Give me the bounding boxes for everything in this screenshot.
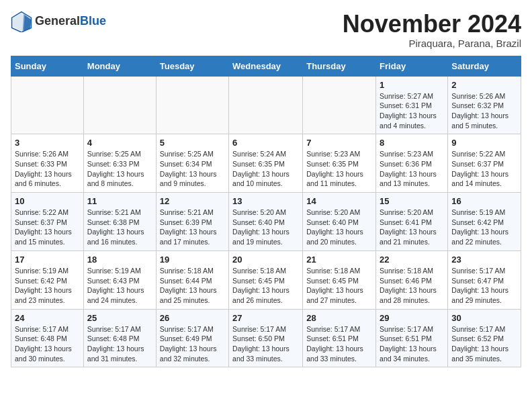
- day-info: Sunrise: 5:20 AM Sunset: 6:41 PM Dayligh…: [380, 208, 444, 247]
- day-number: 8: [380, 138, 444, 148]
- day-cell: 21Sunrise: 5:18 AM Sunset: 6:45 PM Dayli…: [303, 250, 376, 309]
- day-number: 12: [160, 196, 225, 206]
- day-info: Sunrise: 5:17 AM Sunset: 6:48 PM Dayligh…: [15, 324, 80, 364]
- col-header-tuesday: Tuesday: [156, 56, 228, 76]
- day-info: Sunrise: 5:25 AM Sunset: 6:33 PM Dayligh…: [87, 149, 152, 189]
- day-number: 2: [451, 80, 517, 90]
- day-cell: 7Sunrise: 5:23 AM Sunset: 6:35 PM Daylig…: [303, 134, 376, 193]
- day-number: 3: [15, 138, 80, 148]
- day-info: Sunrise: 5:17 AM Sunset: 6:47 PM Dayligh…: [451, 266, 517, 306]
- day-number: 26: [160, 313, 225, 323]
- day-number: 4: [87, 138, 152, 148]
- day-info: Sunrise: 5:25 AM Sunset: 6:34 PM Dayligh…: [160, 149, 225, 189]
- day-number: 17: [15, 255, 80, 265]
- day-cell: [156, 76, 228, 134]
- day-info: Sunrise: 5:26 AM Sunset: 6:32 PM Dayligh…: [451, 91, 517, 131]
- day-number: 28: [306, 313, 372, 323]
- day-info: Sunrise: 5:18 AM Sunset: 6:44 PM Dayligh…: [160, 266, 225, 306]
- col-header-friday: Friday: [376, 56, 448, 76]
- day-info: Sunrise: 5:19 AM Sunset: 6:42 PM Dayligh…: [15, 266, 80, 306]
- day-number: 9: [451, 138, 517, 148]
- day-number: 29: [380, 313, 444, 323]
- day-number: 11: [87, 196, 152, 206]
- day-info: Sunrise: 5:22 AM Sunset: 6:37 PM Dayligh…: [15, 208, 80, 247]
- day-cell: [229, 76, 303, 134]
- day-cell: 29Sunrise: 5:17 AM Sunset: 6:51 PM Dayli…: [376, 309, 448, 367]
- day-number: 15: [380, 196, 444, 206]
- day-cell: 9Sunrise: 5:22 AM Sunset: 6:37 PM Daylig…: [448, 134, 521, 193]
- day-cell: 19Sunrise: 5:18 AM Sunset: 6:44 PM Dayli…: [156, 250, 228, 309]
- day-cell: 4Sunrise: 5:25 AM Sunset: 6:33 PM Daylig…: [83, 134, 156, 193]
- day-number: 25: [87, 313, 152, 323]
- col-header-monday: Monday: [83, 56, 156, 76]
- logo-text: GeneralBlue: [35, 15, 106, 28]
- day-number: 19: [160, 255, 225, 265]
- day-number: 14: [306, 196, 372, 206]
- day-cell: 18Sunrise: 5:19 AM Sunset: 6:43 PM Dayli…: [83, 250, 156, 309]
- day-info: Sunrise: 5:20 AM Sunset: 6:40 PM Dayligh…: [306, 208, 372, 247]
- day-cell: 8Sunrise: 5:23 AM Sunset: 6:36 PM Daylig…: [376, 134, 448, 193]
- week-row-5: 24Sunrise: 5:17 AM Sunset: 6:48 PM Dayli…: [11, 309, 521, 367]
- page-header: GeneralBlue November 2024 Piraquara, Par…: [11, 11, 521, 49]
- day-number: 13: [232, 196, 299, 206]
- day-number: 23: [451, 255, 517, 265]
- day-info: Sunrise: 5:19 AM Sunset: 6:42 PM Dayligh…: [451, 208, 517, 247]
- col-header-saturday: Saturday: [448, 56, 521, 76]
- day-info: Sunrise: 5:19 AM Sunset: 6:43 PM Dayligh…: [87, 266, 152, 306]
- day-info: Sunrise: 5:17 AM Sunset: 6:49 PM Dayligh…: [160, 324, 225, 364]
- day-cell: 17Sunrise: 5:19 AM Sunset: 6:42 PM Dayli…: [11, 250, 84, 309]
- day-cell: 16Sunrise: 5:19 AM Sunset: 6:42 PM Dayli…: [448, 193, 521, 251]
- location: Piraquara, Parana, Brazil: [343, 38, 521, 49]
- week-row-4: 17Sunrise: 5:19 AM Sunset: 6:42 PM Dayli…: [11, 250, 521, 309]
- day-info: Sunrise: 5:26 AM Sunset: 6:33 PM Dayligh…: [15, 149, 80, 189]
- day-number: 6: [232, 138, 299, 148]
- day-number: 10: [15, 196, 80, 206]
- day-cell: 14Sunrise: 5:20 AM Sunset: 6:40 PM Dayli…: [303, 193, 376, 251]
- day-number: 1: [380, 80, 444, 90]
- day-cell: [83, 76, 156, 134]
- day-info: Sunrise: 5:24 AM Sunset: 6:35 PM Dayligh…: [232, 149, 299, 189]
- day-number: 22: [380, 255, 444, 265]
- col-header-sunday: Sunday: [11, 56, 84, 76]
- logo: GeneralBlue: [11, 11, 106, 32]
- header-row: SundayMondayTuesdayWednesdayThursdayFrid…: [11, 56, 521, 76]
- day-number: 16: [451, 196, 517, 206]
- week-row-1: 1Sunrise: 5:27 AM Sunset: 6:31 PM Daylig…: [11, 76, 521, 134]
- day-info: Sunrise: 5:18 AM Sunset: 6:45 PM Dayligh…: [232, 266, 299, 306]
- day-cell: 3Sunrise: 5:26 AM Sunset: 6:33 PM Daylig…: [11, 134, 84, 193]
- day-info: Sunrise: 5:18 AM Sunset: 6:46 PM Dayligh…: [380, 266, 444, 306]
- day-cell: 11Sunrise: 5:21 AM Sunset: 6:38 PM Dayli…: [83, 193, 156, 251]
- day-cell: 20Sunrise: 5:18 AM Sunset: 6:45 PM Dayli…: [229, 250, 303, 309]
- day-number: 21: [306, 255, 372, 265]
- day-cell: 23Sunrise: 5:17 AM Sunset: 6:47 PM Dayli…: [448, 250, 521, 309]
- day-cell: 28Sunrise: 5:17 AM Sunset: 6:51 PM Dayli…: [303, 309, 376, 367]
- day-cell: 30Sunrise: 5:17 AM Sunset: 6:52 PM Dayli…: [448, 309, 521, 367]
- day-number: 5: [160, 138, 225, 148]
- col-header-wednesday: Wednesday: [229, 56, 303, 76]
- day-info: Sunrise: 5:18 AM Sunset: 6:45 PM Dayligh…: [306, 266, 372, 306]
- day-info: Sunrise: 5:21 AM Sunset: 6:39 PM Dayligh…: [160, 208, 225, 247]
- calendar-table: SundayMondayTuesdayWednesdayThursdayFrid…: [11, 56, 521, 368]
- day-cell: 1Sunrise: 5:27 AM Sunset: 6:31 PM Daylig…: [376, 76, 448, 134]
- day-number: 7: [306, 138, 372, 148]
- day-cell: 15Sunrise: 5:20 AM Sunset: 6:41 PM Dayli…: [376, 193, 448, 251]
- day-number: 30: [451, 313, 517, 323]
- day-cell: [11, 76, 84, 134]
- day-info: Sunrise: 5:27 AM Sunset: 6:31 PM Dayligh…: [380, 91, 444, 131]
- day-cell: [303, 76, 376, 134]
- week-row-2: 3Sunrise: 5:26 AM Sunset: 6:33 PM Daylig…: [11, 134, 521, 193]
- day-info: Sunrise: 5:22 AM Sunset: 6:37 PM Dayligh…: [451, 149, 517, 189]
- day-cell: 2Sunrise: 5:26 AM Sunset: 6:32 PM Daylig…: [448, 76, 521, 134]
- day-number: 24: [15, 313, 80, 323]
- day-number: 18: [87, 255, 152, 265]
- day-number: 20: [232, 255, 299, 265]
- day-info: Sunrise: 5:17 AM Sunset: 6:52 PM Dayligh…: [451, 324, 517, 364]
- day-cell: 25Sunrise: 5:17 AM Sunset: 6:48 PM Dayli…: [83, 309, 156, 367]
- day-cell: 13Sunrise: 5:20 AM Sunset: 6:40 PM Dayli…: [229, 193, 303, 251]
- day-cell: 5Sunrise: 5:25 AM Sunset: 6:34 PM Daylig…: [156, 134, 228, 193]
- col-header-thursday: Thursday: [303, 56, 376, 76]
- week-row-3: 10Sunrise: 5:22 AM Sunset: 6:37 PM Dayli…: [11, 193, 521, 251]
- day-cell: 22Sunrise: 5:18 AM Sunset: 6:46 PM Dayli…: [376, 250, 448, 309]
- day-info: Sunrise: 5:20 AM Sunset: 6:40 PM Dayligh…: [232, 208, 299, 247]
- day-cell: 10Sunrise: 5:22 AM Sunset: 6:37 PM Dayli…: [11, 193, 84, 251]
